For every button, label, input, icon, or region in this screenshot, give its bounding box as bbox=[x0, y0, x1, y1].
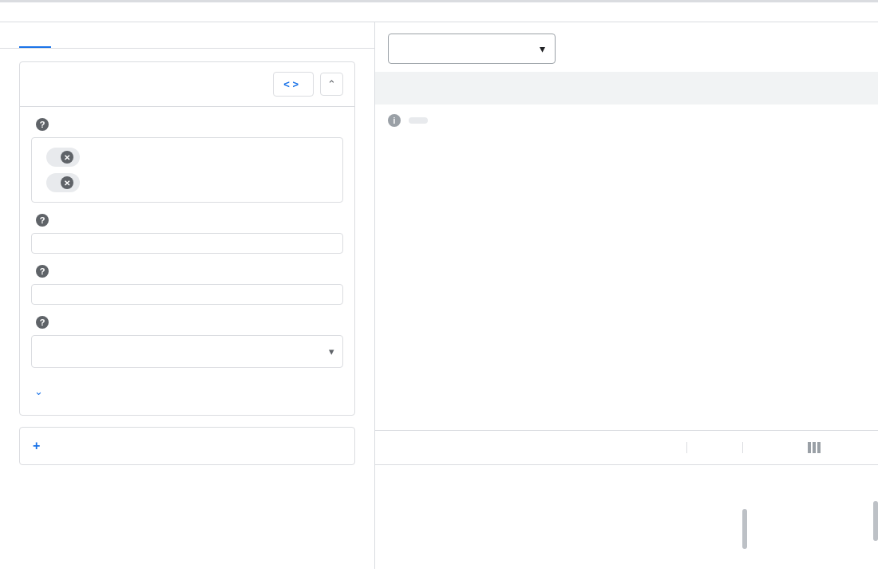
resource-type-chip[interactable]: ✕ bbox=[46, 148, 80, 167]
chart-type-select[interactable]: ▾ bbox=[388, 34, 556, 64]
collapse-query-button[interactable]: ⌃ bbox=[320, 73, 343, 96]
help-icon[interactable]: ? bbox=[36, 214, 49, 227]
left-tabs bbox=[0, 22, 374, 49]
code-icon: < > bbox=[283, 78, 299, 90]
chevron-up-icon: ⌃ bbox=[327, 78, 336, 90]
help-icon[interactable]: ? bbox=[36, 316, 49, 329]
chevron-down-icon: ⌄ bbox=[34, 385, 43, 397]
columns-icon[interactable] bbox=[808, 442, 821, 453]
scrollbar-thumb[interactable] bbox=[873, 501, 878, 541]
warning-banner bbox=[375, 72, 878, 105]
help-icon[interactable]: ? bbox=[36, 118, 49, 131]
info-icon[interactable]: i bbox=[388, 114, 401, 127]
metric-input-box[interactable]: ✕ ✕ bbox=[31, 137, 343, 203]
tab-metric[interactable] bbox=[19, 22, 51, 48]
aggregator-select[interactable]: ▾ bbox=[31, 335, 343, 368]
show-advanced-link[interactable]: ⌄ bbox=[31, 379, 343, 404]
filter-input[interactable] bbox=[31, 233, 343, 254]
legend-table bbox=[375, 430, 878, 465]
add-metric-button[interactable]: + bbox=[19, 427, 355, 465]
warning-icon bbox=[388, 80, 402, 97]
query-editor-button[interactable]: < > bbox=[273, 72, 314, 97]
legend-col-id[interactable] bbox=[686, 442, 742, 453]
scrollbar-thumb[interactable] bbox=[742, 509, 747, 549]
page-title bbox=[0, 2, 878, 22]
plus-icon: + bbox=[33, 439, 41, 453]
close-icon[interactable]: ✕ bbox=[61, 151, 73, 164]
groupby-input[interactable] bbox=[31, 284, 343, 305]
legend-col-node[interactable] bbox=[410, 442, 686, 453]
metric-chip[interactable]: ✕ bbox=[46, 173, 80, 192]
chevron-down-icon: ▾ bbox=[540, 42, 545, 55]
close-icon[interactable]: ✕ bbox=[61, 176, 73, 189]
help-icon[interactable]: ? bbox=[36, 265, 49, 278]
tab-view-options[interactable] bbox=[51, 22, 83, 48]
interval-chip bbox=[409, 117, 428, 124]
line-chart[interactable] bbox=[388, 132, 865, 427]
chevron-down-icon: ▾ bbox=[329, 345, 334, 357]
